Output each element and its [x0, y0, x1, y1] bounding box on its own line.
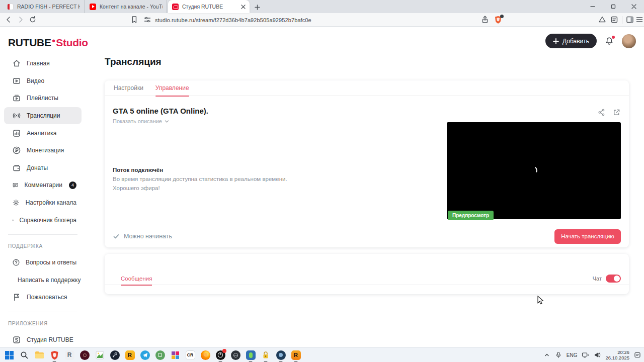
sidebar-item-report[interactable]: Пожаловаться	[4, 289, 82, 306]
reading-list-icon[interactable]	[610, 15, 619, 24]
lock-app-icon[interactable]	[260, 349, 272, 361]
rockstar-games-icon[interactable]: R	[124, 349, 136, 361]
rutube-studio-app: RUTUBE●Studio Добавить Главная Видео Пле…	[0, 27, 644, 347]
add-button[interactable]: Добавить	[545, 34, 597, 48]
tab-title: Контент на канале - YouTube Studio	[100, 4, 163, 10]
sidebar-item-faq[interactable]: Вопросы и ответы	[4, 254, 82, 272]
obs-notification-badge	[222, 349, 226, 353]
firefox-icon[interactable]	[199, 349, 211, 361]
open-external-icon[interactable]	[612, 108, 621, 117]
show-description-toggle[interactable]: Показать описание	[113, 118, 169, 124]
loading-spinner-icon	[528, 165, 538, 175]
new-tab-button[interactable]	[252, 2, 263, 13]
notification-dot	[612, 36, 615, 39]
taskbar: R R CR	[0, 347, 644, 362]
minimize-icon[interactable]	[582, 0, 603, 13]
sidebar-item-blogger-guide[interactable]: Справочник блогера	[4, 211, 82, 229]
close-window-icon[interactable]	[623, 0, 644, 13]
messages-tabs-row: Сообщения Чат	[105, 272, 629, 285]
sidebar-item-playlists[interactable]: Плейлисты	[4, 89, 82, 107]
windows-start-icon[interactable]	[3, 349, 15, 361]
tab-management[interactable]: Управление	[155, 80, 189, 96]
sidebar-item-channel-settings[interactable]: Настройки канала	[4, 194, 82, 212]
brave-rewards-icon[interactable]	[598, 15, 607, 24]
rutube-favicon	[172, 4, 179, 10]
browser-tab-youtube-studio[interactable]: Контент на канале - YouTube Studio	[86, 0, 167, 13]
vinyl-app-icon[interactable]	[78, 349, 91, 361]
r-app-icon[interactable]: R	[63, 349, 75, 361]
brave-shield-icon[interactable]	[494, 16, 502, 24]
sidebar-item-comments[interactable]: Комментарии 4	[4, 176, 82, 194]
sidebar-item-streams[interactable]: Трансляции	[4, 107, 82, 125]
browser-tab-rutube-studio[interactable]: Студия RUTUBE	[168, 0, 250, 13]
page-title: Трансляция	[105, 56, 162, 67]
language-indicator[interactable]: ENG	[567, 352, 578, 358]
forward-icon[interactable]	[16, 15, 25, 24]
browser-toolbar: studio.rutube.ru/stream/f272d36b4b7a92b5…	[0, 13, 644, 27]
logo-main: RUTUBE	[8, 37, 51, 48]
obs-studio-icon[interactable]	[214, 349, 226, 361]
clock[interactable]: 20:26 26.10.2025	[605, 349, 629, 361]
url-bar[interactable]: studio.rutube.ru/stream/f272d36b4b7a92b5…	[155, 17, 311, 23]
start-stream-button[interactable]: Начать трансляцию	[554, 229, 621, 244]
cr-app-icon[interactable]: CR	[184, 349, 196, 361]
analytics-icon	[12, 129, 21, 138]
share-icon[interactable]	[480, 15, 490, 24]
sidebar-item-analytics[interactable]: Аналитика	[4, 124, 82, 142]
stream-preview-player[interactable]: Предпросмотр	[447, 122, 621, 219]
broadcast-icon	[12, 111, 21, 120]
game-app-icon[interactable]	[169, 349, 181, 361]
file-explorer-icon[interactable]	[33, 349, 45, 361]
restore-icon[interactable]	[603, 0, 623, 13]
sidebar-toggle-icon[interactable]	[625, 15, 634, 24]
sidebar-item-studio-app[interactable]: Студия RUTUBE	[4, 331, 82, 349]
home-icon	[12, 59, 21, 68]
sidebar-item-monetization[interactable]: Монетизация	[4, 142, 82, 159]
mouse-app-icon[interactable]	[245, 349, 257, 361]
reload-icon[interactable]	[28, 15, 37, 24]
browser-tabstrip: RADIO FISH - PERFECT HUMAN (пе Контент н…	[0, 0, 644, 13]
check-icon	[113, 233, 120, 240]
menu-icon[interactable]	[635, 15, 644, 24]
taskbar-search-icon[interactable]	[18, 349, 30, 361]
system-tray: ENG 20:26 26.10.2025	[543, 347, 641, 362]
speaker-icon[interactable]	[594, 351, 601, 358]
bookmark-icon[interactable]	[130, 15, 139, 24]
messages-card: Сообщения Чат	[105, 254, 629, 294]
chat-toggle[interactable]	[606, 275, 621, 283]
telegram-icon[interactable]	[139, 349, 151, 361]
logo-accent: Studio	[56, 37, 88, 48]
monetization-icon	[12, 146, 21, 155]
site-permissions-icon[interactable]	[143, 15, 152, 24]
preview-badge: Предпросмотр	[448, 211, 494, 220]
rutube-studio-logo[interactable]: RUTUBE●Studio	[8, 37, 88, 49]
steam-icon[interactable]	[109, 349, 121, 361]
dark-app-icon[interactable]	[229, 349, 242, 361]
share-stream-icon[interactable]	[597, 108, 606, 117]
brave-browser-icon[interactable]	[48, 349, 60, 361]
back-icon[interactable]	[4, 15, 13, 24]
network-icon[interactable]	[582, 351, 589, 358]
avatar[interactable]	[622, 34, 636, 48]
tab-messages[interactable]: Сообщения	[121, 272, 152, 285]
sidebar-item-donations[interactable]: Донаты	[4, 159, 82, 177]
youtube-favicon	[90, 4, 96, 10]
tray-chevron-icon[interactable]	[543, 351, 550, 358]
tab-settings[interactable]: Настройки	[114, 80, 143, 96]
rockstar-alt-icon[interactable]: R	[290, 349, 302, 361]
notifications-bell-icon[interactable]	[604, 36, 614, 46]
microphone-icon[interactable]	[555, 351, 562, 358]
tray-date: 26.10.2025	[605, 355, 629, 360]
steam-alt-icon[interactable]	[275, 349, 287, 361]
notification-center-icon[interactable]	[634, 351, 641, 358]
question-icon	[12, 258, 20, 267]
green-app-icon[interactable]	[154, 349, 166, 361]
browser-tab-radio-fish[interactable]: RADIO FISH - PERFECT HUMAN (пе	[3, 0, 85, 13]
sidebar-item-video[interactable]: Видео	[4, 72, 82, 90]
photo-editor-icon[interactable]	[94, 349, 106, 361]
sidebar-item-home[interactable]: Главная	[4, 55, 82, 72]
gear-icon	[12, 198, 20, 207]
toggle-knob	[614, 276, 620, 282]
sidebar-item-contact-support[interactable]: Написать в поддержку	[4, 272, 82, 289]
tab-close-icon[interactable]	[241, 5, 246, 9]
